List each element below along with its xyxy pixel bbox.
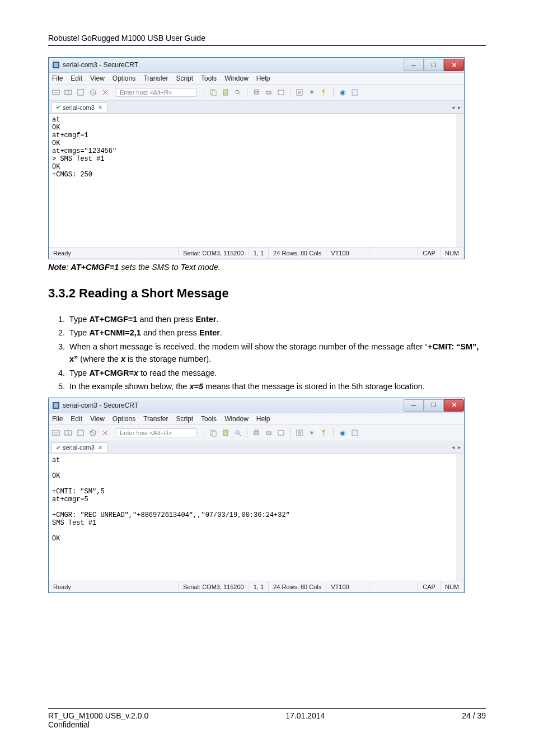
close-button[interactable]: ✕ — [444, 59, 464, 71]
minimize-button[interactable]: ─ — [404, 399, 424, 412]
app-icon — [52, 402, 60, 409]
reconnect-icon[interactable] — [76, 428, 86, 438]
menu-transfer[interactable]: Transfer — [143, 415, 168, 423]
options-icon[interactable]: ✶ — [307, 428, 317, 438]
menu-window[interactable]: Window — [224, 415, 249, 423]
session-tab[interactable]: ✔ serial-com3 ✕ — [51, 442, 107, 452]
menu-options[interactable]: Options — [113, 415, 135, 423]
step-3: When a short message is received, the mo… — [67, 340, 486, 366]
separator — [290, 87, 291, 97]
properties-icon[interactable] — [294, 428, 305, 438]
copy-icon[interactable] — [208, 428, 218, 438]
menu-options[interactable]: Options — [113, 74, 135, 82]
menu-help[interactable]: Help — [256, 74, 270, 82]
options-icon[interactable]: ✶ — [307, 87, 317, 97]
help-icon[interactable]: ◉ — [338, 428, 348, 438]
find-icon[interactable] — [233, 428, 243, 438]
menu-tools[interactable]: Tools — [201, 74, 217, 82]
tab-close-icon[interactable]: ✕ — [98, 104, 102, 110]
host-input[interactable]: Enter host <Alt+R> — [116, 428, 196, 437]
menu-view[interactable]: View — [90, 74, 105, 82]
paste-icon[interactable] — [221, 87, 231, 97]
properties-icon[interactable] — [294, 87, 305, 97]
menu-window[interactable]: Window — [224, 74, 249, 82]
separator — [333, 87, 334, 97]
status-port: Serial: COM3, 115200 — [179, 581, 249, 592]
printer-icon[interactable] — [264, 428, 274, 438]
disconnect-icon[interactable] — [88, 87, 98, 97]
menu-edit[interactable]: Edit — [71, 415, 82, 423]
separator — [290, 428, 291, 438]
status-ready: Ready — [49, 248, 179, 259]
quick-connect-icon[interactable] — [63, 428, 73, 438]
menu-script[interactable]: Script — [176, 74, 193, 82]
svg-rect-10 — [254, 91, 259, 94]
svg-rect-13 — [278, 90, 284, 95]
menu-transfer[interactable]: Transfer — [143, 74, 168, 82]
tip-icon[interactable]: ¶ — [319, 87, 329, 97]
separator — [204, 87, 204, 97]
menu-edit[interactable]: Edit — [71, 74, 82, 82]
print-icon[interactable] — [251, 428, 261, 438]
cancel-icon[interactable] — [100, 87, 110, 97]
footer-right: 24 / 39 — [462, 711, 486, 720]
quick-connect-icon[interactable] — [63, 87, 73, 97]
printer-icon[interactable] — [264, 87, 274, 97]
svg-rect-4 — [78, 90, 83, 95]
menu-file[interactable]: File — [52, 415, 63, 423]
connect-icon[interactable] — [51, 428, 61, 438]
tab-close-icon[interactable]: ✕ — [98, 445, 102, 451]
scrollbar-thumb[interactable] — [456, 162, 464, 181]
terminal-output[interactable]: at OK at+cmgf=1 OK at+cmgs="123456" > SM… — [49, 114, 464, 247]
menu-script[interactable]: Script — [176, 415, 193, 423]
tip-icon[interactable]: ¶ — [319, 428, 329, 438]
svg-rect-8 — [223, 90, 228, 95]
step-5: In the example shown below, the x=5 mean… — [67, 380, 486, 393]
maximize-button[interactable]: ☐ — [424, 59, 444, 71]
menu-help[interactable]: Help — [256, 415, 270, 423]
separator — [204, 428, 204, 438]
titlebar[interactable]: serial-com3 - SecureCRT ─ ☐ ✕ — [49, 58, 464, 73]
copy-icon[interactable] — [208, 87, 218, 97]
scrollbar-thumb[interactable] — [456, 508, 464, 527]
reconnect-icon[interactable] — [76, 87, 86, 97]
about-icon[interactable] — [350, 87, 360, 97]
print-screen-icon[interactable] — [276, 428, 286, 438]
maximize-button[interactable]: ☐ — [424, 399, 444, 412]
menu-view[interactable]: View — [90, 415, 105, 423]
disconnect-icon[interactable] — [88, 428, 98, 438]
scroll-up-icon[interactable]: ▴ — [456, 454, 464, 462]
host-input[interactable]: Enter host <Alt+R> — [116, 88, 196, 97]
page-header: Robustel GoRugged M1000 USB User Guide — [48, 34, 486, 43]
minimize-button[interactable]: ─ — [404, 59, 424, 71]
separator — [247, 87, 247, 97]
menu-file[interactable]: File — [52, 74, 63, 82]
terminal-output[interactable]: at OK +CMTI: "SM",5 at+cmgr=5 +CMGR: "RE… — [49, 454, 464, 581]
session-tab[interactable]: ✔ serial-com3 ✕ — [51, 102, 107, 112]
cancel-icon[interactable] — [100, 428, 110, 438]
status-pos: 1, 1 — [249, 581, 269, 592]
svg-rect-27 — [255, 430, 258, 432]
steps-list: Type AT+CMGF=1 and then press Enter. Typ… — [48, 313, 486, 393]
svg-rect-12 — [266, 91, 271, 94]
menubar: File Edit View Options Transfer Script T… — [49, 413, 464, 425]
tab-label: serial-com3 — [63, 444, 95, 451]
print-screen-icon[interactable] — [276, 87, 286, 97]
window-title: serial-com3 - SecureCRT — [63, 402, 138, 409]
tab-nav-arrows[interactable]: ◂ ▸ — [452, 444, 464, 450]
tab-nav-arrows[interactable]: ◂ ▸ — [452, 104, 464, 110]
about-icon[interactable] — [350, 428, 360, 438]
help-icon[interactable]: ◉ — [338, 87, 348, 97]
scroll-down-icon[interactable]: ▾ — [456, 239, 464, 247]
connect-icon[interactable] — [51, 87, 61, 97]
scroll-down-icon[interactable]: ▾ — [456, 573, 464, 581]
find-icon[interactable] — [233, 87, 243, 97]
titlebar[interactable]: serial-com3 - SecureCRT ─ ☐ ✕ — [49, 398, 464, 413]
menu-tools[interactable]: Tools — [201, 415, 217, 423]
paste-icon[interactable] — [221, 428, 231, 438]
close-button[interactable]: ✕ — [444, 399, 464, 412]
print-icon[interactable] — [251, 87, 261, 97]
scroll-up-icon[interactable]: ▴ — [456, 114, 464, 122]
page-footer: RT_UG_M1000 USB_v.2.0.0 17.01.2014 24 / … — [48, 708, 486, 729]
toolbar: Enter host <Alt+R> ✶ ¶ ◉ — [49, 425, 464, 441]
